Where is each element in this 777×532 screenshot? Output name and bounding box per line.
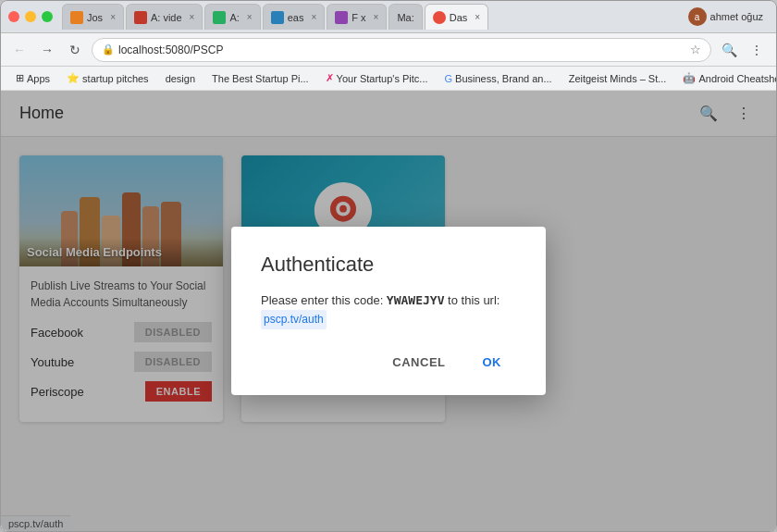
bookmark-label: startup pitches <box>82 73 149 84</box>
back-button[interactable]: ← <box>8 39 31 61</box>
tab-close[interactable]: × <box>110 12 116 22</box>
bookmark-startup-pitches[interactable]: ⭐ startup pitches <box>59 68 156 89</box>
minimize-window-button[interactable] <box>25 11 36 22</box>
tab-close[interactable]: × <box>190 12 195 22</box>
bookmark-design[interactable]: design <box>158 68 203 89</box>
tab-label: Jos <box>87 12 103 23</box>
tab-close[interactable]: × <box>475 12 480 22</box>
bookmark-android[interactable]: 🤖 Android Cheatsheet... <box>675 68 776 89</box>
bookmark-label: The Best Startup Pi... <box>212 73 309 84</box>
url-bar[interactable]: 🔒 localhost:5080/PSCP ☆ <box>92 38 711 62</box>
url-text: localhost:5080/PSCP <box>118 43 686 56</box>
modal-body: Please enter this code: YWAWEJYV to this… <box>261 291 516 330</box>
window-controls <box>8 11 53 22</box>
tab-close[interactable]: × <box>374 12 379 22</box>
tab-eas[interactable]: eas × <box>263 4 326 30</box>
user-profile[interactable]: a ahmet oğuz <box>683 6 769 28</box>
tab-close[interactable]: × <box>247 12 253 22</box>
tab-favicon <box>433 11 446 24</box>
tab-a[interactable]: A: × <box>204 4 260 30</box>
tab-label: A: <box>229 12 239 23</box>
address-bar: ← → ↻ 🔒 localhost:5080/PSCP ☆ 🔍 ⋮ <box>1 33 776 67</box>
tab-label: Ma: <box>397 12 413 23</box>
bookmark-your-startup[interactable]: ✗ Your Startup's Pitc... <box>318 68 436 89</box>
tab-label: eas <box>288 12 304 23</box>
modal-body-suffix: to this url: <box>444 293 500 307</box>
avatar: a <box>688 7 707 26</box>
tab-close[interactable]: × <box>311 12 316 22</box>
close-window-button[interactable] <box>8 11 19 22</box>
forward-button[interactable]: → <box>36 39 58 61</box>
bookmark-icon: ⭐ <box>67 72 80 84</box>
ok-button[interactable]: OK <box>468 348 517 377</box>
browser-window: Jos × A: vide × A: × eas × F x × <box>0 0 777 532</box>
bookmark-label: Your Startup's Pitc... <box>337 73 428 84</box>
tab-label: Das <box>450 12 468 23</box>
auth-url-link[interactable]: pscp.tv/auth <box>261 310 327 329</box>
bookmarks-bar: ⊞ Apps ⭐ startup pitches design The Best… <box>1 67 776 91</box>
modal-title: Authenticate <box>261 253 516 277</box>
bookmark-apps-label: Apps <box>27 73 50 84</box>
tab-jos[interactable]: Jos × <box>62 4 124 30</box>
bookmark-apps[interactable]: ⊞ Apps <box>8 68 57 89</box>
maximize-window-button[interactable] <box>42 11 53 22</box>
menu-button[interactable]: ⋮ <box>745 38 769 62</box>
username: ahmet oğuz <box>710 11 763 22</box>
bookmark-zeitgeist[interactable]: Zeitgeist Minds – St... <box>561 68 674 89</box>
modal-overlay: Authenticate Please enter this code: YWA… <box>1 91 776 531</box>
search-button[interactable]: 🔍 <box>717 38 741 62</box>
bookmark-label: Zeitgeist Minds – St... <box>569 73 667 84</box>
tab-favicon <box>70 11 83 24</box>
tab-label: A: vide <box>151 12 182 23</box>
bookmark-business[interactable]: G Business, Brand an... <box>438 68 560 89</box>
bookmark-icon: 🤖 <box>683 72 696 84</box>
lock-icon: 🔒 <box>102 43 115 56</box>
tab-ma[interactable]: Ma: <box>388 4 422 30</box>
auth-code: YWAWEJYV <box>387 293 445 307</box>
cancel-button[interactable]: CANCEL <box>377 348 460 377</box>
tab-favicon <box>335 11 348 24</box>
tab-favicon <box>213 11 226 24</box>
bookmark-label: design <box>166 73 195 84</box>
bookmark-star-icon[interactable]: ☆ <box>690 43 701 56</box>
reload-button[interactable]: ↻ <box>64 39 86 61</box>
authenticate-dialog: Authenticate Please enter this code: YWA… <box>231 227 546 396</box>
bookmark-icon: ✗ <box>326 72 334 84</box>
tab-favicon <box>271 11 284 24</box>
tab-vide[interactable]: A: vide × <box>126 4 203 30</box>
bookmark-icon: G <box>445 73 453 84</box>
modal-actions: CANCEL OK <box>261 348 516 377</box>
modal-body-prefix: Please enter this code: <box>261 293 387 307</box>
tab-label: F x <box>352 12 365 23</box>
bookmark-label: Business, Brand an... <box>455 73 552 84</box>
tab-das[interactable]: Das × <box>425 4 488 30</box>
apps-grid-icon: ⊞ <box>16 72 24 84</box>
tab-fx[interactable]: F x × <box>327 4 387 30</box>
title-bar: Jos × A: vide × A: × eas × F x × <box>1 1 776 33</box>
bookmark-label: Android Cheatsheet... <box>698 73 776 84</box>
tabs-area: Jos × A: vide × A: × eas × F x × <box>62 4 683 30</box>
bookmark-best-startup[interactable]: The Best Startup Pi... <box>204 68 316 89</box>
toolbar-right: 🔍 ⋮ <box>717 38 769 62</box>
page-content: Home 🔍 ⋮ <box>1 91 776 531</box>
tab-favicon <box>134 11 147 24</box>
